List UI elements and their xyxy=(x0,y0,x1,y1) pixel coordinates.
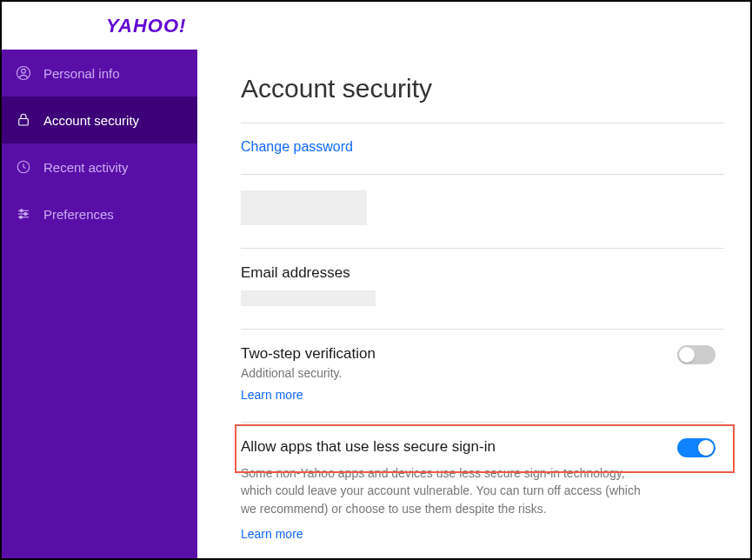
person-icon xyxy=(16,65,31,81)
less-secure-heading: Allow apps that use less secure sign-in xyxy=(241,438,724,456)
page-title: Account security xyxy=(241,50,724,123)
less-secure-section: Allow apps that use less secure sign-in … xyxy=(241,422,724,558)
svg-point-7 xyxy=(24,213,27,216)
main-content: Account security Change password Email a… xyxy=(197,50,750,558)
sliders-icon xyxy=(16,206,31,222)
sidebar-item-preferences[interactable]: Preferences xyxy=(2,190,197,237)
redacted-name xyxy=(241,190,367,225)
two-step-verification-section: Two-step verification Additional securit… xyxy=(241,329,724,422)
svg-point-1 xyxy=(22,69,26,73)
change-password-link[interactable]: Change password xyxy=(241,139,353,154)
two-step-sub: Additional security. xyxy=(241,366,724,380)
email-addresses-section: Email addresses xyxy=(241,248,724,329)
yahoo-logo: YAHOO! xyxy=(106,15,186,37)
two-step-heading: Two-step verification xyxy=(241,345,724,363)
less-secure-learn-more-link[interactable]: Learn more xyxy=(241,527,303,541)
svg-point-9 xyxy=(20,216,23,218)
redacted-email xyxy=(241,290,376,306)
lock-icon xyxy=(16,112,31,128)
clock-icon xyxy=(16,159,31,175)
container: Personal info Account security Recent ac… xyxy=(2,50,750,558)
less-secure-desc: Some non-Yahoo apps and devices use less… xyxy=(241,464,658,517)
toggle-knob xyxy=(679,347,695,363)
sidebar: Personal info Account security Recent ac… xyxy=(2,50,197,558)
sidebar-item-personal-info[interactable]: Personal info xyxy=(2,50,197,97)
header: YAHOO! xyxy=(2,2,750,50)
account-name-section xyxy=(241,174,724,248)
change-password-section: Change password xyxy=(241,123,724,174)
sidebar-item-recent-activity[interactable]: Recent activity xyxy=(2,143,197,190)
email-addresses-heading: Email addresses xyxy=(241,264,724,282)
toggle-knob xyxy=(698,440,714,456)
sidebar-item-label: Preferences xyxy=(43,207,114,222)
less-secure-toggle[interactable] xyxy=(677,438,715,457)
sidebar-item-label: Personal info xyxy=(43,66,120,81)
sidebar-item-account-security[interactable]: Account security xyxy=(2,97,197,143)
svg-point-5 xyxy=(20,210,23,212)
two-step-learn-more-link[interactable]: Learn more xyxy=(241,388,303,402)
sidebar-item-label: Account security xyxy=(43,113,139,128)
svg-rect-2 xyxy=(19,119,29,126)
two-step-toggle[interactable] xyxy=(677,345,715,364)
sidebar-item-label: Recent activity xyxy=(43,160,129,175)
